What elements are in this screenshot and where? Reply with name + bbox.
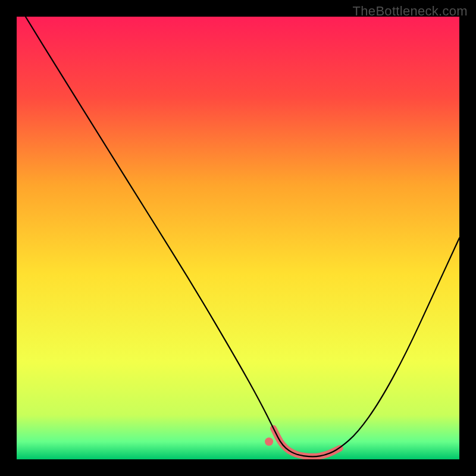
watermark-text: TheBottleneck.com	[353, 4, 468, 19]
plot-area	[17, 17, 459, 459]
chart-svg	[17, 17, 459, 459]
highlight-start-dot	[265, 437, 273, 446]
gradient-background	[17, 17, 459, 459]
chart-frame: TheBottleneck.com	[0, 0, 476, 476]
